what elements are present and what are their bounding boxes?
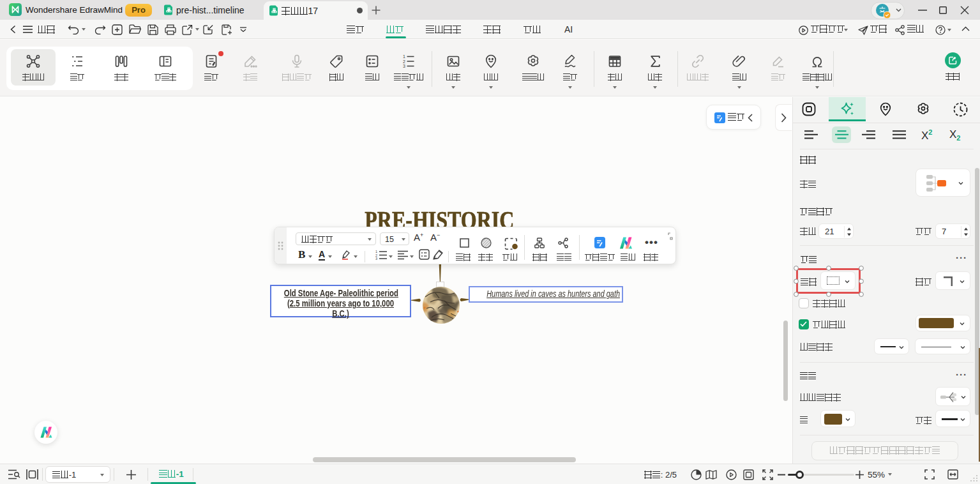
svg-text:2: 2 [403, 59, 405, 64]
svg-text:3: 3 [375, 257, 377, 260]
svg-text:1: 1 [403, 54, 405, 59]
svg-text:3: 3 [403, 64, 405, 68]
